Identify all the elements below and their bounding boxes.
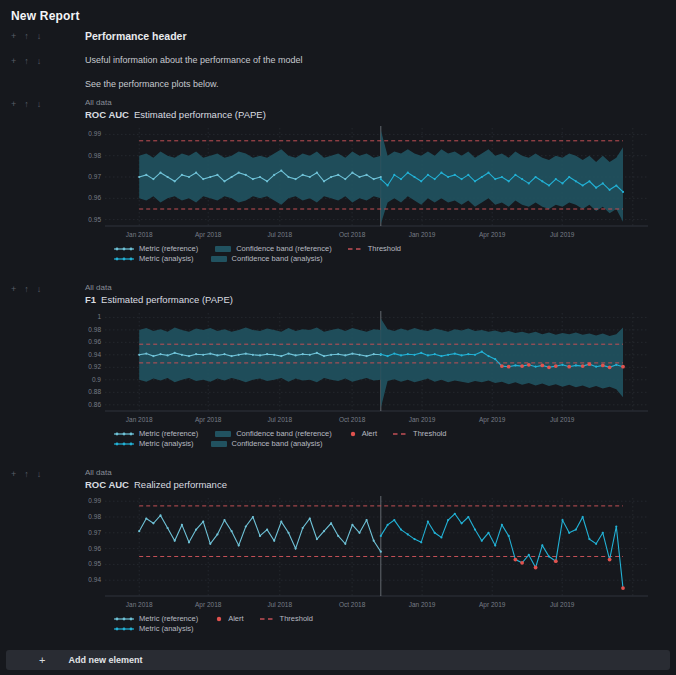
svg-text:Apr 2018: Apr 2018	[195, 601, 222, 609]
svg-text:0.97: 0.97	[88, 173, 101, 180]
svg-text:Jan 2018: Jan 2018	[126, 601, 153, 608]
move-element-down-button[interactable]: ↓	[37, 56, 42, 66]
svg-text:0.96: 0.96	[88, 338, 101, 345]
legend-label: Threshold	[413, 429, 446, 438]
element-controls: + ↑ ↓	[0, 283, 85, 294]
svg-text:0.99: 0.99	[88, 130, 101, 137]
element-row-header: + ↑ ↓ Performance header	[0, 30, 676, 42]
alert-dot-icon	[214, 615, 224, 623]
legend-label: Metric (analysis)	[139, 254, 194, 263]
add-new-element-label: Add new element	[68, 655, 142, 665]
add-new-element-button[interactable]: + Add new element	[6, 650, 670, 670]
chart-legend: Metric (reference)AlertThresholdMetric (…	[113, 614, 676, 633]
svg-text:Jul 2019: Jul 2019	[550, 231, 575, 238]
svg-text:0.99: 0.99	[88, 497, 101, 504]
legend-label: Confidence band (reference)	[236, 429, 331, 438]
legend-label: Metric (analysis)	[139, 439, 194, 448]
svg-text:Apr 2019: Apr 2019	[479, 601, 506, 609]
chart-title: ROC AUCRealized performance	[85, 479, 676, 490]
move-element-down-button[interactable]: ↓	[37, 284, 42, 294]
legend-item-line-ref: Metric (reference)	[113, 614, 198, 623]
element-controls: + ↑ ↓	[0, 55, 85, 66]
svg-text:Jul 2019: Jul 2019	[550, 601, 575, 608]
chart-metric-name: ROC AUC	[85, 109, 129, 120]
plus-icon: +	[39, 650, 45, 670]
legend-item-band: Confidence band (reference)	[214, 429, 331, 438]
confidence-band-icon	[214, 245, 232, 253]
chart-metric-name: ROC AUC	[85, 479, 129, 490]
insert-element-button[interactable]: +	[11, 469, 16, 479]
legend-item-threshold: Threshold	[393, 429, 446, 438]
move-element-up-button[interactable]: ↑	[24, 284, 29, 294]
move-element-up-button[interactable]: ↑	[24, 31, 29, 41]
chart-subtitle: All data	[85, 283, 676, 292]
reference-metric-line-icon	[113, 430, 135, 438]
legend-label: Alert	[228, 614, 243, 623]
move-element-up-button[interactable]: ↑	[24, 469, 29, 479]
svg-text:Apr 2019: Apr 2019	[479, 231, 506, 239]
insert-element-button[interactable]: +	[11, 284, 16, 294]
svg-text:0.96: 0.96	[88, 194, 101, 201]
report-page: New Report + ↑ ↓ Performance header + ↑ …	[0, 0, 676, 675]
chart-metric-name: F1	[85, 294, 96, 305]
legend-label: Confidence band (analysis)	[232, 439, 323, 448]
legend-label: Confidence band (reference)	[236, 244, 331, 253]
legend-row: Metric (analysis)Confidence band (analys…	[113, 439, 676, 448]
svg-text:Apr 2018: Apr 2018	[195, 231, 222, 239]
move-element-up-button[interactable]: ↑	[24, 99, 29, 109]
svg-text:0.97: 0.97	[88, 529, 101, 536]
move-element-up-button[interactable]: ↑	[24, 56, 29, 66]
svg-text:Jan 2018: Jan 2018	[126, 231, 153, 238]
svg-text:0.88: 0.88	[88, 388, 101, 395]
svg-text:0.9: 0.9	[92, 376, 101, 383]
svg-text:Apr 2019: Apr 2019	[479, 416, 506, 424]
chart-title-suffix: Estimated performance (PAPE)	[101, 294, 233, 305]
legend-item-line-ref: Metric (reference)	[113, 429, 198, 438]
legend-label: Confidence band (analysis)	[232, 254, 323, 263]
legend-item-alert: Alert	[214, 614, 243, 623]
chart-legend: Metric (reference)Confidence band (refer…	[113, 244, 676, 263]
legend-item-line-ana: Metric (analysis)	[113, 439, 194, 448]
legend-row: Metric (reference)Confidence band (refer…	[113, 244, 676, 253]
svg-text:0.92: 0.92	[88, 363, 101, 370]
page-title: New Report	[0, 0, 676, 23]
report-elements-list: + ↑ ↓ Performance header + ↑ ↓ Useful in…	[0, 30, 676, 633]
chart-legend: Metric (reference)Confidence band (refer…	[113, 429, 676, 448]
svg-text:Jan 2019: Jan 2019	[409, 601, 436, 608]
legend-label: Threshold	[280, 614, 313, 623]
legend-label: Metric (reference)	[139, 614, 198, 623]
paragraph-text: Useful information about the performance…	[85, 55, 676, 65]
legend-row: Metric (analysis)Confidence band (analys…	[113, 254, 676, 263]
svg-text:0.94: 0.94	[88, 576, 101, 583]
legend-label: Metric (analysis)	[139, 624, 194, 633]
analysis-metric-line-icon	[113, 625, 135, 633]
chart-canvas-roc-auc-realized: 0.940.950.960.970.980.99Jan 2018Apr 2018…	[85, 493, 660, 613]
insert-element-button[interactable]: +	[11, 56, 16, 66]
analysis-metric-line-icon	[113, 255, 135, 263]
element-controls: + ↑ ↓	[0, 30, 85, 41]
element-controls: + ↑ ↓	[0, 468, 85, 479]
legend-label: Threshold	[368, 244, 401, 253]
insert-element-button[interactable]: +	[11, 99, 16, 109]
legend-item-threshold: Threshold	[348, 244, 401, 253]
move-element-down-button[interactable]: ↓	[37, 99, 42, 109]
move-element-down-button[interactable]: ↓	[37, 469, 42, 479]
svg-text:0.86: 0.86	[88, 401, 101, 408]
analysis-metric-line-icon	[113, 440, 135, 448]
chart-canvas-f1-estimated: 0.860.880.90.920.940.960.981Jan 2018Apr …	[85, 308, 660, 428]
move-element-down-button[interactable]: ↓	[37, 31, 42, 41]
chart-canvas-roc-auc-estimated: 0.950.960.970.980.99Jan 2018Apr 2018Jul …	[85, 123, 660, 243]
insert-element-button[interactable]: +	[11, 31, 16, 41]
chart-title-suffix: Realized performance	[134, 479, 227, 490]
legend-item-threshold: Threshold	[260, 614, 313, 623]
confidence-band-icon	[210, 255, 228, 263]
svg-text:0.95: 0.95	[88, 560, 101, 567]
legend-item-line-ana: Metric (analysis)	[113, 254, 194, 263]
legend-row: Metric (reference)AlertThreshold	[113, 614, 676, 623]
svg-text:Jan 2019: Jan 2019	[409, 231, 436, 238]
element-controls: + ↑ ↓	[0, 98, 85, 109]
element-row-chart-f1-estimated: + ↑ ↓ All data F1Estimated performance (…	[0, 283, 676, 448]
threshold-dash-icon	[393, 430, 409, 438]
svg-text:Jul 2019: Jul 2019	[550, 416, 575, 423]
threshold-dash-icon	[260, 615, 276, 623]
